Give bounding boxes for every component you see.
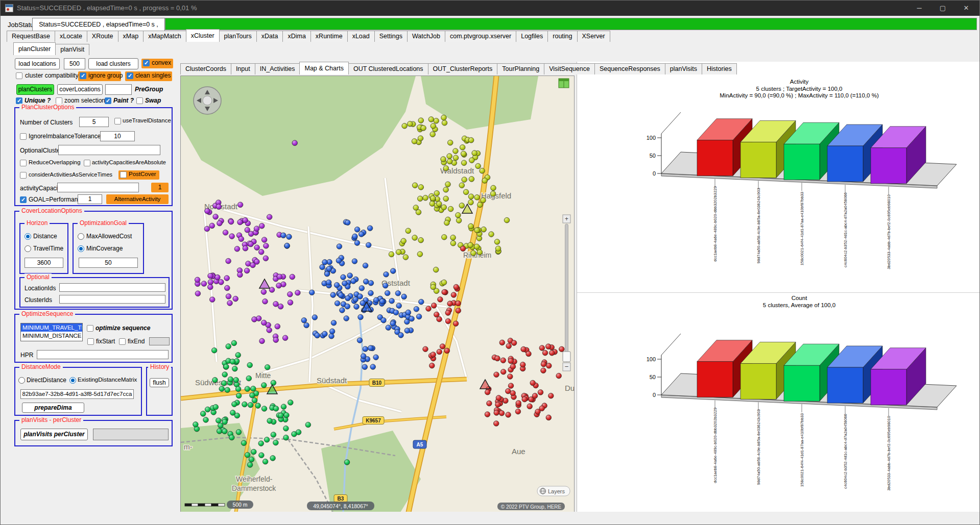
location-dot[interactable]: [541, 368, 546, 373]
tab-xcluster[interactable]: xCluster: [186, 29, 220, 42]
tab-xdima[interactable]: xDima: [282, 31, 310, 42]
plan-visits-per-cluster-button[interactable]: planVisits perCluster: [20, 429, 88, 440]
location-dot[interactable]: [195, 277, 200, 283]
location-dot[interactable]: [515, 409, 521, 414]
location-dot[interactable]: [417, 252, 423, 257]
location-dot[interactable]: [430, 132, 436, 137]
location-dot[interactable]: [456, 301, 461, 306]
location-dot[interactable]: [414, 306, 419, 312]
location-dot[interactable]: [481, 197, 486, 203]
location-dot[interactable]: [330, 292, 336, 298]
location-dot[interactable]: [441, 115, 447, 120]
location-dot[interactable]: [229, 234, 235, 239]
tab-routing[interactable]: routing: [547, 31, 577, 42]
location-dot[interactable]: [271, 432, 276, 438]
location-dot[interactable]: [381, 317, 387, 323]
location-dot[interactable]: [504, 217, 510, 223]
location-dot[interactable]: [506, 343, 512, 349]
location-dot[interactable]: [315, 333, 320, 338]
maptab-out-clusteredlocations[interactable]: OUT ClusteredLocations: [348, 63, 428, 74]
location-dot[interactable]: [368, 345, 373, 351]
alternative-activity-button[interactable]: AlternativeActivity: [106, 194, 169, 204]
location-dot[interactable]: [203, 417, 209, 423]
existing-distance-matrix-radio[interactable]: [69, 377, 76, 384]
location-dot[interactable]: [344, 460, 350, 465]
location-dot[interactable]: [345, 295, 351, 301]
plan-clusters-button[interactable]: planClusters: [16, 84, 54, 95]
location-dot[interactable]: [258, 249, 264, 255]
location-dot[interactable]: [237, 219, 243, 225]
tab-xroute[interactable]: XRoute: [87, 31, 118, 42]
location-dot[interactable]: [358, 314, 364, 320]
location-dot[interactable]: [254, 226, 259, 232]
location-dot[interactable]: [549, 350, 555, 356]
tab-xdata[interactable]: xData: [256, 31, 283, 42]
location-dot[interactable]: [511, 340, 517, 346]
location-dot[interactable]: [292, 432, 297, 437]
location-dot[interactable]: [265, 364, 270, 370]
location-dot[interactable]: [213, 405, 219, 410]
location-dot[interactable]: [337, 244, 342, 249]
location-dot[interactable]: [413, 205, 419, 211]
location-dot[interactable]: [354, 304, 360, 310]
ignore-group-box[interactable]: [80, 72, 86, 79]
location-dot[interactable]: [225, 387, 230, 393]
location-dot[interactable]: [288, 400, 294, 406]
location-dot[interactable]: [417, 196, 423, 202]
location-dot[interactable]: [249, 457, 254, 462]
location-dot[interactable]: [250, 393, 255, 398]
location-dot[interactable]: [459, 203, 465, 209]
location-dot[interactable]: [243, 245, 248, 251]
location-dot[interactable]: [228, 219, 234, 224]
location-dot[interactable]: [485, 389, 490, 395]
location-dot[interactable]: [352, 259, 357, 264]
location-dot[interactable]: [443, 187, 449, 193]
fix-end-value-input[interactable]: [149, 337, 170, 345]
location-dot[interactable]: [441, 157, 446, 162]
location-dot[interactable]: [508, 383, 514, 389]
location-dot[interactable]: [459, 183, 465, 188]
location-dot[interactable]: [437, 201, 442, 207]
location-dot[interactable]: [288, 292, 293, 297]
location-dot[interactable]: [226, 258, 231, 264]
location-dot[interactable]: [347, 273, 353, 279]
location-dot[interactable]: [469, 158, 475, 163]
maptab-in-activities[interactable]: IN_Activities: [255, 63, 300, 74]
pregroup-input[interactable]: [105, 84, 132, 95]
tab-xlocate[interactable]: xLocate: [55, 31, 87, 42]
location-dot[interactable]: [292, 140, 298, 146]
tab-xruntime[interactable]: xRuntime: [310, 31, 348, 42]
location-dot[interactable]: [281, 404, 286, 410]
location-dot[interactable]: [447, 140, 453, 145]
location-dot[interactable]: [471, 251, 476, 256]
location-dot[interactable]: [403, 255, 409, 260]
location-dot[interactable]: [247, 362, 253, 368]
maptab-map-charts[interactable]: Map & Charts: [299, 62, 348, 74]
hpr-input[interactable]: [37, 350, 169, 359]
min-coverage-radio[interactable]: [78, 245, 84, 252]
location-dot[interactable]: [246, 376, 252, 381]
post-cover-box[interactable]: [120, 171, 127, 178]
location-dot[interactable]: [342, 281, 348, 286]
convex-checkbox-box[interactable]: [143, 60, 150, 66]
location-dot[interactable]: [290, 274, 295, 280]
location-dot[interactable]: [416, 314, 422, 319]
location-dot[interactable]: [499, 410, 505, 416]
location-dot[interactable]: [232, 366, 238, 371]
location-dot[interactable]: [324, 271, 330, 277]
location-dot[interactable]: [259, 453, 265, 458]
location-dot[interactable]: [443, 196, 449, 202]
location-dot[interactable]: [412, 183, 418, 188]
load-locations-button[interactable]: load locations: [15, 58, 60, 69]
location-dot[interactable]: [230, 359, 235, 365]
location-dot[interactable]: [441, 205, 447, 210]
location-dot[interactable]: [450, 240, 456, 246]
location-dot[interactable]: [475, 163, 481, 169]
subtab-planvisit[interactable]: planVisit: [55, 44, 89, 55]
location-dot[interactable]: [474, 195, 480, 201]
location-dot[interactable]: [474, 244, 480, 249]
location-dot[interactable]: [228, 377, 233, 382]
location-dot[interactable]: [229, 435, 235, 440]
map-maximize-icon[interactable]: [559, 79, 569, 88]
location-dot[interactable]: [357, 338, 363, 343]
